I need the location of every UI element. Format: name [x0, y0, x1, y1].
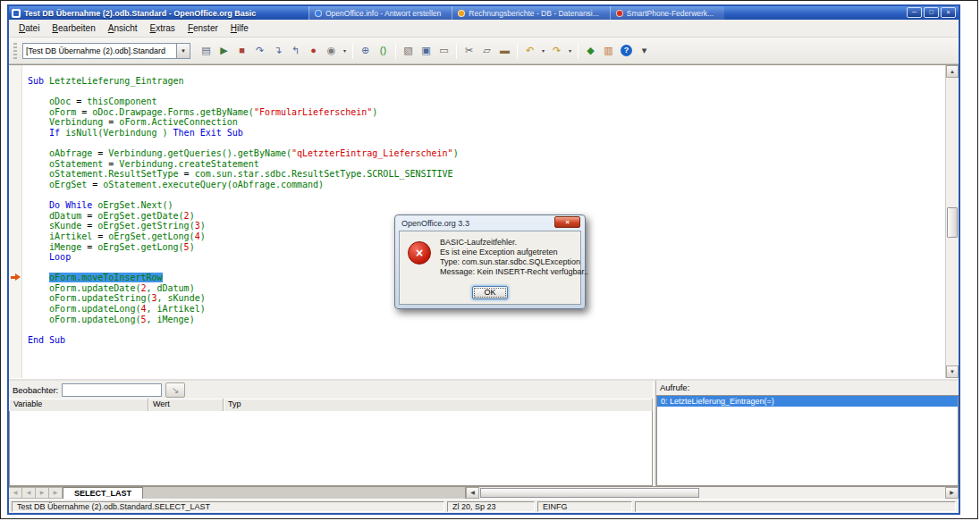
copy-button[interactable]: ▱ — [478, 42, 495, 60]
code-line[interactable]: oStatement.ResultSetType = com.sun.star.… — [28, 169, 945, 180]
horizontal-scrollbar-thumb[interactable] — [480, 488, 699, 498]
code-token: oAbfrage — [28, 148, 92, 158]
code-line[interactable]: Verbindung = oForm.ActiveConnection — [28, 117, 945, 128]
stop-button[interactable]: ■ — [233, 42, 250, 60]
code-token: = — [179, 169, 195, 179]
code-token: oDoc — [28, 97, 71, 106]
menu-item-hilfe[interactable]: Hilfe — [224, 21, 255, 35]
combobox-dropdown-icon[interactable]: ▼ — [176, 43, 190, 59]
library-combobox-value[interactable]: [Test DB Übernahme (2).odb].Standard — [22, 43, 176, 59]
toolbar-dropdown-arrow-icon[interactable]: ▾ — [341, 47, 349, 54]
watch-column-variable[interactable]: Variable — [9, 399, 148, 411]
step-out-button[interactable]: ↰ — [287, 42, 304, 60]
code-line[interactable] — [28, 324, 945, 335]
dialog-title-bar[interactable]: OpenOffice.org 3.3 × — [399, 215, 581, 231]
redo-button[interactable]: ↷ — [548, 42, 565, 60]
tab-last-icon[interactable]: ▶ — [49, 487, 63, 499]
toolbar-grip[interactable] — [13, 43, 17, 59]
code-token: Do While — [28, 200, 92, 210]
single-step-button[interactable]: ↴ — [269, 42, 286, 60]
code-line[interactable]: oDoc = thisComponent — [28, 97, 945, 107]
run-icon: ▶ — [220, 46, 227, 55]
toolbar-dropdown-arrow-icon[interactable]: ▾ — [566, 47, 574, 54]
watch-input[interactable] — [62, 383, 162, 397]
tab-next-icon[interactable]: ▶ — [36, 487, 49, 499]
code-line[interactable]: oForm = oDoc.Drawpage.Forms.getByName("F… — [28, 107, 945, 118]
library-combobox[interactable]: [Test DB Übernahme (2).odb].Standard ▼ — [22, 43, 190, 59]
close-button[interactable]: × — [941, 7, 956, 18]
code-vertical-scrollbar[interactable]: ▲ ▼ — [945, 65, 959, 378]
vertical-scrollbar-track[interactable] — [946, 78, 959, 366]
code-token: Loop — [28, 252, 71, 262]
enable-watch-button[interactable]: ⊕ — [357, 42, 374, 60]
breakpoint-button[interactable]: ● — [305, 42, 322, 60]
basic-ide-window: Test DB Übernahme (2).odb.Standard - Ope… — [7, 4, 960, 515]
code-token: isNull(Verbindung ) — [60, 128, 167, 138]
toolbar-dropdown-arrow-icon[interactable]: ▾ — [539, 47, 547, 54]
code-token: = — [103, 117, 119, 127]
macros-button[interactable]: ◆ — [582, 42, 599, 60]
horizontal-scrollbar-track[interactable] — [479, 487, 945, 499]
vertical-scrollbar-thumb[interactable] — [947, 207, 958, 238]
status-field-2: EINFG — [537, 501, 632, 512]
manage-breakpoints-button[interactable]: ◉ — [323, 42, 340, 60]
module-tab-strip: ◀ ◀ ▶ ▶ SELECT_LAST ◀ ▶ — [9, 486, 959, 499]
paste-button[interactable]: ▬ — [496, 42, 513, 60]
calls-list[interactable]: 0: LetzteLieferung_Eintragen(=) — [656, 395, 959, 486]
code-line[interactable]: oStatement = Verbindung.createStatement — [28, 159, 945, 170]
tab-prev-icon[interactable]: ◀ — [22, 487, 36, 499]
code-line[interactable]: If isNull(Verbindung ) Then Exit Sub — [28, 128, 945, 139]
breakpoint-gutter[interactable] — [9, 65, 22, 378]
code-line[interactable]: Sub LetzteLieferung_Eintragen — [28, 76, 945, 87]
menu-item-bearbeiten[interactable]: Bearbeiten — [46, 21, 101, 35]
scroll-left-icon[interactable]: ◀ — [466, 487, 479, 499]
code-token: Verbindung.createStatement — [119, 159, 259, 169]
cut-button[interactable]: ✂ — [460, 42, 477, 60]
menu-item-fenster[interactable]: Fenster — [182, 21, 224, 35]
code-line[interactable]: oAbfrage = Verbindung.getQueries().getBy… — [28, 148, 945, 159]
background-tab[interactable]: OpenOffice.info - Antwort erstellen — [308, 6, 452, 20]
run-button[interactable]: ▶ — [215, 42, 232, 60]
macros-icon: ◆ — [587, 46, 594, 55]
minimize-button[interactable]: ─ — [907, 7, 922, 18]
maximize-button[interactable]: □ — [924, 7, 939, 18]
tab-strip-filler — [143, 487, 465, 499]
watch-column-typ[interactable]: Typ — [224, 399, 653, 411]
module-tab-select_last[interactable]: SELECT_LAST — [63, 487, 143, 499]
code-line[interactable]: oErgSet = oStatement.executeQuery(oAbfra… — [28, 180, 945, 190]
scroll-down-icon[interactable]: ▼ — [946, 366, 959, 378]
menu-item-extras[interactable]: Extras — [144, 21, 182, 35]
horizontal-scrollbar[interactable]: ◀ ▶ — [465, 487, 959, 499]
code-line[interactable]: oForm.updateLong(5, iMenge) — [28, 315, 945, 325]
toolbar-options-button[interactable]: ▾ — [636, 42, 653, 60]
code-line[interactable] — [28, 190, 945, 201]
menu-item-datei[interactable]: Datei — [13, 21, 46, 35]
undo-button[interactable]: ↶ — [521, 42, 538, 60]
procedure-step-button[interactable]: ↷ — [251, 42, 268, 60]
save-source-button[interactable]: ▣ — [418, 42, 435, 60]
find-parentheses-button[interactable]: () — [375, 42, 392, 60]
code-line[interactable] — [28, 139, 945, 149]
menu-item-ansicht[interactable]: Ansicht — [102, 21, 144, 35]
watch-table-body[interactable] — [9, 411, 653, 486]
background-tab-label: SmartPhone-Federwerk... — [627, 9, 714, 18]
add-watch-button[interactable]: ↘ — [165, 382, 185, 398]
background-tab[interactable]: Rechnungsberichte - DB - Datenansi... — [452, 6, 610, 20]
print-button[interactable]: ▭ — [435, 42, 452, 60]
scroll-right-icon[interactable]: ▶ — [945, 487, 959, 499]
watch-column-wert[interactable]: Wert — [148, 399, 224, 411]
compile-button[interactable]: ▤ — [198, 42, 215, 60]
help-button[interactable]: ? — [618, 42, 635, 60]
dialogs-button[interactable]: ▥ — [600, 42, 617, 60]
insert-source-button[interactable]: ▧ — [400, 42, 417, 60]
background-tab[interactable]: SmartPhone-Federwerk... — [610, 6, 724, 20]
calls-item[interactable]: 0: LetzteLieferung_Eintragen(=) — [657, 396, 958, 407]
scroll-up-icon[interactable]: ▲ — [946, 65, 959, 78]
code-token: ) — [190, 211, 195, 221]
code-line[interactable]: Do While oErgSet.Next() — [28, 200, 945, 211]
code-line[interactable] — [28, 87, 945, 97]
dialog-close-button[interactable]: × — [554, 216, 580, 228]
code-line[interactable]: End Sub — [28, 335, 945, 346]
tab-first-icon[interactable]: ◀ — [9, 487, 22, 499]
ok-button[interactable]: OK — [472, 286, 508, 299]
